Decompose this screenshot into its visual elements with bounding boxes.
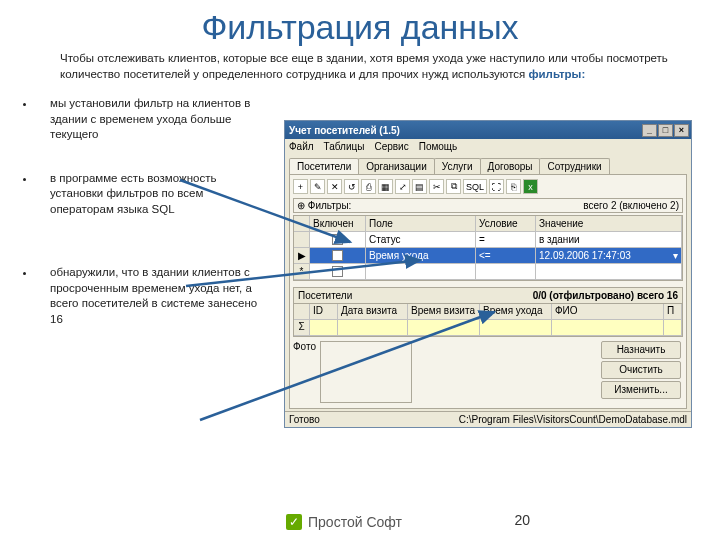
visitors-count: 0/0 (отфильтровано) всего 16 bbox=[533, 290, 678, 301]
bullet-item: в программе есть возможность установки ф… bbox=[36, 171, 260, 218]
vcol-id[interactable]: ID bbox=[310, 304, 338, 320]
visitors-grid: ID Дата визита Время визита Время ухода … bbox=[293, 303, 683, 337]
tab-orgs[interactable]: Организации bbox=[358, 158, 434, 174]
close-button[interactable]: × bbox=[674, 124, 689, 137]
filters-header: ⊕ Фильтры: всего 2 (включено 2) bbox=[293, 198, 683, 213]
checkbox-icon[interactable]: ✓ bbox=[332, 250, 343, 261]
tool-refresh-icon[interactable]: ↺ bbox=[344, 179, 359, 194]
tool-export-icon[interactable]: ⎘ bbox=[506, 179, 521, 194]
menu-tables[interactable]: Таблицы bbox=[324, 141, 365, 152]
filter-cond: = bbox=[476, 232, 536, 248]
tool-edit-icon[interactable]: ✎ bbox=[310, 179, 325, 194]
slide-title: Фильтрация данных bbox=[0, 0, 720, 51]
clear-button[interactable]: Очистить bbox=[601, 361, 681, 379]
filter-field: Статус bbox=[366, 232, 476, 248]
photo-box bbox=[320, 341, 412, 403]
col-value[interactable]: Значение bbox=[536, 216, 682, 232]
tool-grid-icon[interactable]: ▦ bbox=[378, 179, 393, 194]
page-number: 20 bbox=[514, 512, 530, 528]
visitors-section: Посетители 0/0 (отфильтровано) всего 16 … bbox=[293, 287, 683, 405]
bullet-item: обнаружили, что в здании клиентов с прос… bbox=[36, 265, 260, 327]
tool-cut-icon[interactable]: ✂ bbox=[429, 179, 444, 194]
assign-button[interactable]: Назначить bbox=[601, 341, 681, 359]
status-path: C:\Program Files\VisitorsCount\DemoDatab… bbox=[459, 414, 687, 425]
filter-row[interactable]: ✓ Статус = в здании bbox=[294, 232, 682, 248]
tool-view-icon[interactable]: ▤ bbox=[412, 179, 427, 194]
app-window: Учет посетителей (1.5) _ □ × Файл Таблиц… bbox=[284, 120, 692, 428]
vcol-p[interactable]: П bbox=[664, 304, 682, 320]
tool-excel-icon[interactable]: x bbox=[523, 179, 538, 194]
vcol-timein[interactable]: Время визита bbox=[408, 304, 480, 320]
col-cond[interactable]: Условие bbox=[476, 216, 536, 232]
filter-val: в здании bbox=[536, 232, 682, 248]
check-icon: ✓ bbox=[286, 514, 302, 530]
photo-label: Фото bbox=[293, 341, 316, 352]
menu-help[interactable]: Помощь bbox=[419, 141, 458, 152]
status-ready: Готово bbox=[289, 414, 320, 425]
menu-file[interactable]: Файл bbox=[289, 141, 314, 152]
main-panel: + ✎ ✕ ↺ ⎙ ▦ ⤢ ▤ ✂ ⧉ SQL ⛶ ⎘ x ⊕ Фильтры:… bbox=[289, 174, 687, 409]
edit-button[interactable]: Изменить... bbox=[601, 381, 681, 399]
vcol-fio[interactable]: ФИО bbox=[552, 304, 664, 320]
checkbox-icon[interactable] bbox=[332, 266, 343, 277]
tab-visitors[interactable]: Посетители bbox=[289, 158, 359, 174]
filters-label: Фильтры: bbox=[308, 200, 352, 211]
filter-row[interactable]: ▶ ✓ Время ухода <= 12.09.2006 17:47:03▾ bbox=[294, 248, 682, 264]
filter-field: Время ухода bbox=[366, 248, 476, 264]
tab-contracts[interactable]: Договоры bbox=[480, 158, 541, 174]
col-field[interactable]: Поле bbox=[366, 216, 476, 232]
filter-row-new[interactable]: * bbox=[294, 264, 682, 280]
vcol-date[interactable]: Дата визита bbox=[338, 304, 408, 320]
tool-delete-icon[interactable]: ✕ bbox=[327, 179, 342, 194]
vcol-timeout[interactable]: Время ухода bbox=[480, 304, 552, 320]
app-title: Учет посетителей (1.5) bbox=[289, 125, 400, 136]
titlebar: Учет посетителей (1.5) _ □ × bbox=[285, 121, 691, 139]
menu-service[interactable]: Сервис bbox=[374, 141, 408, 152]
tab-employees[interactable]: Сотрудники bbox=[539, 158, 609, 174]
tab-strip: Посетители Организации Услуги Договоры С… bbox=[285, 154, 691, 174]
intro-highlight: фильтры: bbox=[528, 68, 585, 80]
sigma-icon: Σ bbox=[294, 320, 310, 336]
visitors-label: Посетители bbox=[298, 290, 352, 301]
tool-add-icon[interactable]: + bbox=[293, 179, 308, 194]
tool-copy-icon[interactable]: ⧉ bbox=[446, 179, 461, 194]
filter-cond: <= bbox=[476, 248, 536, 264]
filter-val: 12.09.2006 17:47:03▾ bbox=[536, 248, 682, 264]
brand-name: Простой Софт bbox=[308, 514, 402, 530]
toolbar: + ✎ ✕ ↺ ⎙ ▦ ⤢ ▤ ✂ ⧉ SQL ⛶ ⎘ x bbox=[293, 177, 683, 198]
checkbox-icon[interactable]: ✓ bbox=[332, 234, 343, 245]
tool-expand-icon[interactable]: ⤢ bbox=[395, 179, 410, 194]
col-enabled[interactable]: Включен bbox=[310, 216, 366, 232]
tool-sql-icon[interactable]: SQL bbox=[463, 179, 487, 194]
filters-count: всего 2 (включено 2) bbox=[583, 200, 679, 211]
intro-text: Чтобы отслеживать клиентов, которые все … bbox=[0, 51, 720, 82]
bullet-list: мы установили фильтр на клиентов в здани… bbox=[0, 88, 260, 355]
tab-services[interactable]: Услуги bbox=[434, 158, 481, 174]
brand-logo: ✓ Простой Софт bbox=[286, 514, 402, 530]
menu-bar: Файл Таблицы Сервис Помощь bbox=[285, 139, 691, 154]
tool-print-icon[interactable]: ⎙ bbox=[361, 179, 376, 194]
bullet-item: мы установили фильтр на клиентов в здани… bbox=[36, 96, 260, 143]
maximize-button[interactable]: □ bbox=[658, 124, 673, 137]
status-bar: Готово C:\Program Files\VisitorsCount\De… bbox=[285, 411, 691, 427]
tool-full-icon[interactable]: ⛶ bbox=[489, 179, 504, 194]
minimize-button[interactable]: _ bbox=[642, 124, 657, 137]
filters-grid: Включен Поле Условие Значение ✓ Статус =… bbox=[293, 215, 683, 281]
